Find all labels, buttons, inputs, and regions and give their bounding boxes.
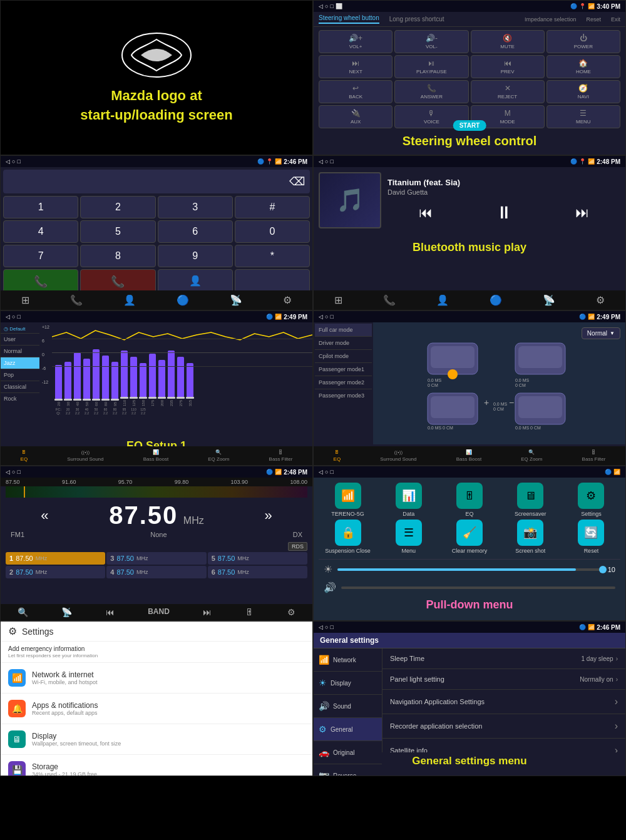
pulldown-settings[interactable]: ⚙ Settings [562,483,620,517]
preset-classical[interactable]: Classical [1,381,39,393]
radio-search-icon[interactable]: 🔍 [18,607,28,617]
preset-rock[interactable]: Rock [1,393,39,404]
nav-contacts-icon[interactable]: 👤 [123,294,136,306]
mute-btn[interactable]: 🔇MUTE [471,30,545,53]
radio-prev-icon[interactable]: ⏮ [106,607,115,617]
mode-passenger1[interactable]: Passenger mode1 [315,363,372,376]
pulldown-screenshot[interactable]: 📸 Screen shot [501,520,560,554]
prev-track-btn[interactable]: ⏮ [419,205,433,221]
eq-bar-4[interactable]: 60 [92,349,100,406]
next-btn[interactable]: ⏭NEXT [319,55,393,78]
freq-forward-btn[interactable]: » [264,508,272,524]
preset-5[interactable]: 5 87.50 MHz [208,552,307,565]
preset-6[interactable]: 6 87.50 MHz [208,566,307,578]
power-btn[interactable]: ⏻POWER [546,30,620,53]
sidebar-network[interactable]: 📶 Network [314,648,382,672]
eq2-tab-eq[interactable]: 🎚EQ [334,449,341,462]
dial-5[interactable]: 5 [80,220,155,243]
eq-tab-eq[interactable]: 🎚EQ [21,449,28,462]
radio-band-btn[interactable]: BAND [148,607,170,617]
eq-bar-0[interactable]: 20 [54,365,63,406]
nav-bt2-icon[interactable]: 📡 [230,294,242,306]
reset-label[interactable]: Reset [586,16,601,23]
nav2-settings-icon[interactable]: ⚙ [596,294,605,306]
sidebar-reverse[interactable]: 📷 Reverse [314,764,382,776]
preset-pop[interactable]: Pop [1,369,39,381]
back-btn[interactable]: ↩BACK [319,80,393,103]
sidebar-original[interactable]: 🚗 Original [314,741,382,764]
start-button[interactable]: START [453,120,486,131]
dial-6[interactable]: 6 [158,220,233,243]
nav2-apps-icon[interactable]: ⊞ [334,294,342,306]
navi-btn[interactable]: 🧭NAVI [546,80,620,103]
freq-back-btn[interactable]: « [41,508,48,524]
play-pause-btn[interactable]: ⏯PLAY/PAUSE [394,55,468,78]
eq-tab-filter[interactable]: 🎛Bass Filter [269,449,293,462]
preset-1[interactable]: 1 87.50 MHz [6,552,105,565]
pulldown-tereno[interactable]: 📶 TERENO-5G [319,483,377,517]
setting-panel-light[interactable]: Panel light setting Normally on › [382,669,625,690]
menu-btn[interactable]: ☰MENU [546,105,620,128]
dial-star[interactable]: * [235,245,310,267]
eq-bar-9[interactable]: 150 [139,363,147,406]
play-pause-music-btn[interactable]: ⏸ [495,202,513,223]
pulldown-menu[interactable]: ☰ Menu [379,520,438,554]
eq2-tab-zoom[interactable]: 🔍EQ Zoom [521,449,542,462]
steering-tab-active[interactable]: Steering wheel button [319,14,379,24]
pulldown-data[interactable]: 📊 Data [379,483,438,517]
pulldown-suspension[interactable]: 🔒 Suspension Close [319,520,377,554]
eq-bar-12[interactable]: 235 [167,351,175,406]
mode-passenger2[interactable]: Passenger mode2 [315,376,372,389]
dial-9[interactable]: 9 [158,245,233,267]
setting-network[interactable]: 📶 Network & internet Wi-Fi, mobile, and … [1,663,312,694]
eq-bar-5[interactable]: 80 [101,356,110,406]
next-track-btn[interactable]: ⏭ [575,205,589,221]
answer-btn[interactable]: 📞ANSWER [394,80,468,103]
preset-normal[interactable]: Normal [1,346,39,357]
steering-tab-inactive[interactable]: Long press shortcut [389,16,444,23]
eq-bar-11[interactable]: 200 [158,360,166,406]
nav-bt-icon[interactable]: 🔵 [177,294,189,306]
radio-next-icon[interactable]: ⏭ [203,607,212,617]
eq-bar-8[interactable]: 125 [130,357,138,406]
dial-4[interactable]: 4 [3,220,78,243]
nav2-bt2-icon[interactable]: 📡 [543,294,555,306]
pulldown-clear-memory[interactable]: 🧹 Clear memory [440,520,498,554]
mode-full-car[interactable]: Full car mode [315,324,372,337]
brightness-slider[interactable] [337,568,603,571]
setting-storage[interactable]: 💾 Storage 34% used - 21.19 GB free [1,755,312,776]
vol-plus-btn[interactable]: 🔊+VOL+ [319,30,393,53]
nav-apps-icon[interactable]: ⊞ [21,294,29,306]
sidebar-general[interactable]: ⚙ General [314,718,382,741]
radio-settings-icon[interactable]: ⚙ [287,607,295,617]
exit-label[interactable]: Exit [611,16,620,23]
eq2-tab-filter[interactable]: 🎛Bass Filter [582,449,606,462]
dial-7[interactable]: 7 [3,245,78,267]
pulldown-screensaver[interactable]: 🖥 Screensaver [501,483,560,517]
radio-eq-icon[interactable]: 🎚 [245,607,254,617]
pulldown-eq[interactable]: 🎚 EQ [440,483,498,517]
mode-driver[interactable]: Driver mode [315,337,372,350]
prev-btn[interactable]: ⏮PREV [471,55,545,78]
normal-dropdown[interactable]: Normal ▼ [582,327,620,339]
reject-btn[interactable]: ✕REJECT [471,80,545,103]
sidebar-display[interactable]: ☀ Display [314,672,382,695]
nav-settings-icon[interactable]: ⚙ [283,294,292,306]
volume-slider[interactable] [341,586,615,589]
sidebar-sound[interactable]: 🔊 Sound [314,695,382,718]
eq-bar-7[interactable]: 110 [120,351,128,406]
setting-recorder[interactable]: Recorder application selection › [382,714,625,739]
setting-sleep-time[interactable]: Sleep Time 1 day sleep › [382,648,625,669]
eq-bar-1[interactable]: 30 [64,362,72,406]
mode-passenger3[interactable]: Passenger mode3 [315,389,372,402]
dial-hash[interactable]: # [235,196,310,218]
eq-bar-2[interactable]: 40 [73,352,81,406]
dial-3[interactable]: 3 [158,196,233,218]
pulldown-reset[interactable]: 🔄 Reset [562,520,620,554]
aux-btn[interactable]: 🔌AUX [319,105,393,128]
eq-tab-bass[interactable]: 📊Bass Boost [143,449,168,462]
eq-tab-surround[interactable]: ((•))Surround Sound [67,449,103,462]
home-btn[interactable]: 🏠HOME [546,55,620,78]
setting-display[interactable]: 🖥 Display Wallpaper, screen timeout, fon… [1,724,312,755]
eq-bar-14[interactable]: 315 [186,363,194,406]
